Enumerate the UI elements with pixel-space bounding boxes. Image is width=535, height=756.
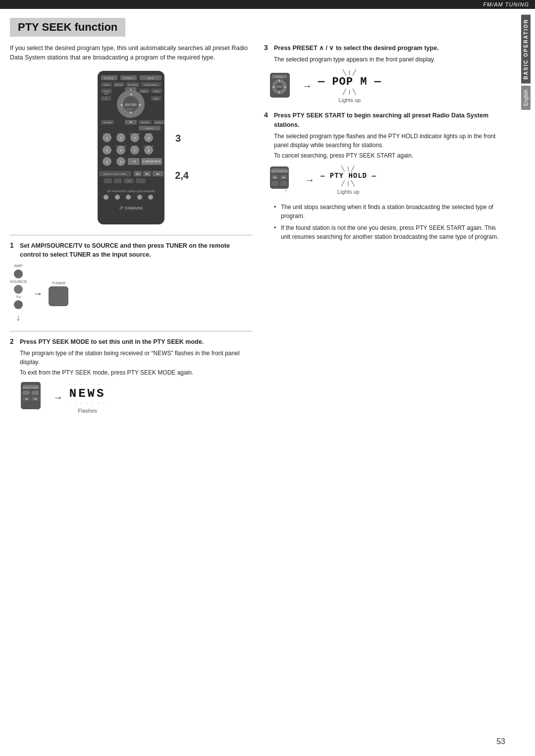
step4-desc2: To cancel searching, press PTY SEEK STAR… [274,151,506,160]
down-arrow-1: ↓ [16,313,21,323]
svg-text:▲: ▲ [278,78,281,82]
step2-desc2: To exit from the PTY SEEK mode, press PT… [20,368,252,377]
step1-section: 1 Set AMP/SOURCE/TV to SOURCE and then p… [10,241,252,324]
svg-point-92 [104,195,108,200]
step4-diagram: MODE PTY SEEK START ⏮ ⏭ ☟ → [269,165,506,195]
step2-diagram: MODE PTY SEEK ⏮ ⏭ ☟ → [20,381,252,415]
svg-text:SELECT: SELECT [131,145,139,148]
svg-rect-101 [23,391,30,395]
news-display-container: · · · · · · · NEWS · · · · · · · Flashes [69,381,106,414]
svg-text:ADD: ADD [154,98,159,100]
page-number: 53 [496,737,505,746]
svg-text:A.B.C...: A.B.C... [127,108,134,110]
svg-text:◄: ◄ [129,92,133,97]
step4-header: 4 Press PTY SEEK START to begin searchin… [264,111,506,130]
svg-text:⏮: ⏮ [136,172,139,175]
svg-text:SET MENU: SET MENU [128,84,138,86]
svg-rect-102 [32,391,39,395]
page-title-box: PTY SEEK function [10,18,125,37]
svg-text:OFF  PH  MACRO  LEARN  CLEAR  : OFF PH MACRO LEARN CLEAR RENAME [107,190,155,193]
svg-text:STEP: STEP [276,85,283,88]
svg-rect-90 [136,178,146,183]
divider-2 [10,331,252,331]
svg-text:MOVIE: MOVIE [146,133,152,135]
arrow-3: → [302,80,312,92]
svg-text:ENTERTAIN: ENTERTAIN [129,133,140,135]
step3-header: 3 Press PRESET ∧ / ∨ to select the desir… [264,44,506,53]
pty-slashes-top: ╲ | ╱ [321,165,376,172]
news-dots-top: · · · · · · · [69,381,106,387]
step3-remote: PRESET ▲ ◄ ► ▼ STEP ☟ [269,72,296,101]
svg-text:▼: ▼ [129,120,133,124]
svg-text:⏮: ⏮ [273,176,276,179]
news-dots-bottom: · · · · · · · [69,400,106,406]
svg-text:PRESET: PRESET [115,84,123,86]
step4-label: Lights up [321,189,376,195]
bullet-item-2: If the found station is not the one you … [274,223,506,241]
svg-text:MODE PTY SEEK START: MODE PTY SEEK START [269,170,290,172]
step1-header: 1 Set AMP/SOURCE/TV to SOURCE and then p… [10,241,252,260]
source-group: AMP SOURCE TV [10,264,27,309]
pop-slashes-bottom: ╱ | ╲ [318,88,381,95]
svg-text:DD: DD [127,180,130,182]
svg-text:▼: ▼ [129,110,133,115]
step-label-3: 3 [175,133,181,144]
svg-text:⏭: ⏭ [282,176,285,179]
svg-text:☟: ☟ [285,93,288,99]
bullet-item-1: The unit stops searching when it finds a… [274,203,506,220]
step2-header: 2 Press PTY SEEK MODE to set this unit i… [10,337,252,347]
svg-text:ENTER: ENTER [125,103,137,107]
main-content: PTY SEEK function If you select the desi… [0,9,516,432]
svg-text:DISPLAY: DISPLAY [141,121,150,124]
svg-text:RETURN: RETURN [104,121,112,124]
step3-section: 3 Press PRESET ∧ / ∨ to select the desir… [264,44,506,103]
svg-text:EFFECT: EFFECT [146,127,154,130]
step-label-24: 2,4 [175,170,189,181]
arrow-4: → [305,174,315,186]
bullet-list: The unit stops searching when it finds a… [274,203,506,241]
tuner-remote: TUNER ☜ [49,281,68,306]
tv-btn [14,300,23,309]
svg-text:MODE PTY SEEK START: MODE PTY SEEK START [104,173,127,175]
svg-point-95 [137,195,142,200]
svg-text:THX: THX [105,145,109,148]
remote-diagram-container: TV MUTE TV INPUT MUTE LEVEL PRESET SET M… [10,68,252,227]
svg-text:►: ► [138,103,142,107]
pop-text: — POP M — [318,76,381,88]
amp-label: AMP [14,264,22,268]
intro-text: If you select the desired program type, … [10,44,252,62]
pop-slashes-top: ╲ | ╱ [318,69,381,76]
step1-diagram: AMP SOURCE TV ↓ → TUNER [10,264,252,323]
svg-text:▼: ▼ [278,91,281,94]
step1-number: 1 [10,241,17,249]
svg-text:TV INPUT: TV INPUT [123,77,134,80]
svg-text:☟: ☟ [35,404,39,412]
svg-rect-87 [114,178,122,183]
source-btn [14,285,23,294]
svg-text:A SPEAKERS B: A SPEAKERS B [143,160,161,163]
svg-text:NIGHT: NIGHT [154,90,160,93]
step4-text: Press PTY SEEK START to begin searching … [274,111,506,130]
svg-text:⏭: ⏭ [157,172,160,175]
news-text: NEWS [69,387,106,400]
pty-hold-text: — PTY HOLD — [321,172,376,180]
arrow-2: → [53,392,63,403]
pty-hold-display: ╲ | ╱ — PTY HOLD — ╱ | ╲ Lights up [321,165,376,195]
svg-text:STANDARD: STANDARD [115,145,126,148]
svg-point-94 [126,195,131,200]
svg-text:STRAIGHT: STRAIGHT [155,122,164,124]
step4-remote-svg: MODE PTY SEEK START ⏮ ⏭ ☟ [269,165,299,193]
divider-1 [10,235,252,235]
step3-diagram: PRESET ▲ ◄ ► ▼ STEP ☟ [269,69,506,104]
step3-number: 3 [264,44,271,52]
step2-remote: MODE PTY SEEK ⏮ ⏭ ☟ [20,381,47,415]
svg-text:EXTD.SUR: EXTD.SUR [144,145,154,148]
source-buttons: AMP SOURCE TV ↓ [10,264,27,323]
news-label: Flashes [69,408,106,414]
arrow-1: → [33,288,43,299]
svg-text:MENU: MENU [141,90,147,93]
header-title: FM/AM TUNING [483,1,529,7]
right-sidebar: BASIC OPERATION English [516,15,535,726]
sidebar-language: English [521,86,531,110]
svg-text:☟: ☟ [284,187,287,193]
